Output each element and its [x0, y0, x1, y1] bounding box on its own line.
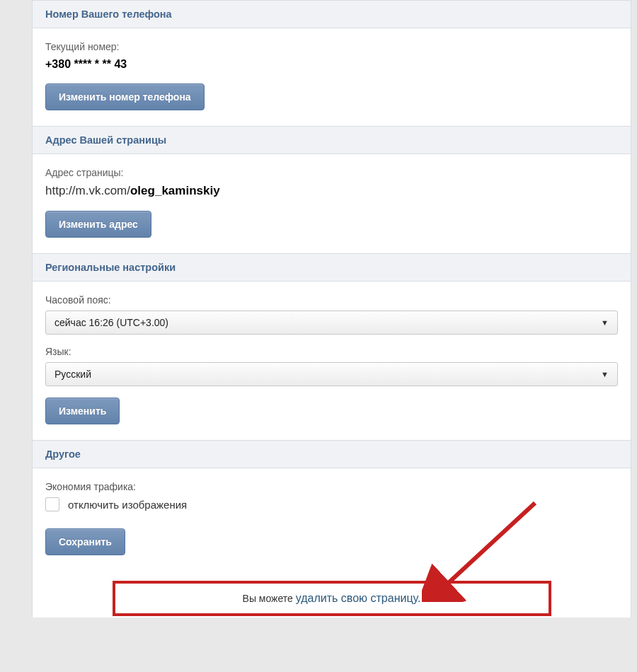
disable-images-checkbox[interactable] [45, 497, 59, 511]
address-label: Адрес страницы: [45, 167, 618, 178]
change-phone-button[interactable]: Изменить номер телефона [45, 83, 205, 110]
disable-images-row[interactable]: отключить изображения [45, 497, 618, 511]
language-label: Язык: [45, 346, 618, 357]
regional-section-header: Региональные настройки [33, 253, 631, 282]
phone-section-body: Текущий номер: +380 **** * ** 43 Изменит… [33, 28, 631, 126]
regional-section-body: Часовой пояс: сейчас 16:26 (UTC+3.00) ▼ … [33, 282, 631, 440]
settings-panel: Номер Вашего телефона Текущий номер: +38… [32, 0, 631, 618]
language-select[interactable]: Русский ▼ [45, 362, 618, 386]
page-url-slug: oleg_kaminskiy [130, 184, 220, 197]
delete-page-text: Вы можете [243, 593, 296, 604]
save-button[interactable]: Сохранить [45, 528, 125, 555]
other-section-header: Другое [33, 440, 631, 468]
chevron-down-icon: ▼ [601, 318, 609, 327]
address-section-header: Адрес Вашей страницы [33, 126, 631, 154]
timezone-selected-value: сейчас 16:26 (UTC+3.00) [54, 317, 168, 328]
delete-page-callout: Вы можете удалить свою страницу. [113, 581, 551, 616]
apply-regional-button[interactable]: Изменить [45, 398, 120, 424]
page-url-prefix: http://m.vk.com/ [45, 184, 130, 197]
change-address-button[interactable]: Изменить адрес [45, 211, 151, 238]
traffic-saving-label: Экономия трафика: [45, 481, 618, 492]
delete-section: Вы можете удалить свою страницу. [33, 571, 631, 618]
delete-page-link[interactable]: удалить свою страницу. [296, 592, 421, 604]
other-section-body: Экономия трафика: отключить изображения … [33, 468, 631, 571]
timezone-select[interactable]: сейчас 16:26 (UTC+3.00) ▼ [45, 311, 618, 335]
phone-section-header: Номер Вашего телефона [33, 0, 631, 28]
language-selected-value: Русский [54, 369, 91, 380]
timezone-label: Часовой пояс: [45, 294, 618, 306]
current-phone-label: Текущий номер: [45, 41, 618, 52]
current-phone-value: +380 **** * ** 43 [45, 58, 618, 71]
disable-images-label: отключить изображения [68, 499, 187, 511]
chevron-down-icon: ▼ [601, 370, 609, 378]
page-url: http://m.vk.com/oleg_kaminskiy [45, 184, 618, 198]
address-section-body: Адрес страницы: http://m.vk.com/oleg_kam… [33, 154, 631, 253]
